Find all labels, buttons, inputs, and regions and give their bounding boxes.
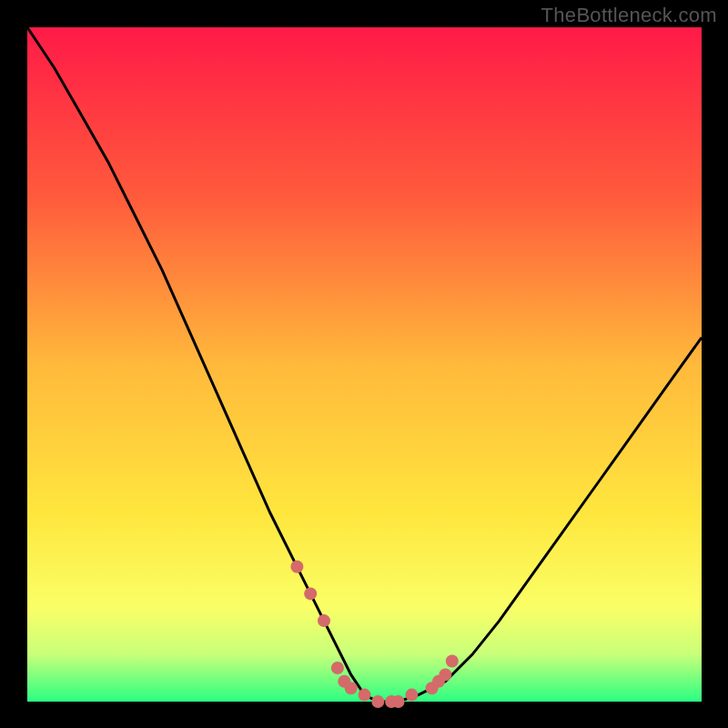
highlight-markers (290, 561, 458, 708)
marker-point (405, 689, 418, 702)
bottleneck-curve (27, 27, 702, 702)
marker-point (290, 561, 303, 573)
chart-stage: TheBottleneck.com (0, 0, 728, 728)
plot-area (27, 27, 702, 702)
marker-point (331, 662, 344, 674)
marker-point (371, 695, 384, 708)
marker-point (392, 695, 405, 708)
marker-point (304, 587, 317, 600)
watermark-text: TheBottleneck.com (541, 4, 717, 27)
marker-point (359, 689, 371, 702)
marker-point (318, 614, 330, 627)
curve-layer (27, 27, 702, 702)
marker-point (345, 682, 358, 694)
marker-point (446, 655, 459, 668)
marker-point (439, 668, 451, 681)
